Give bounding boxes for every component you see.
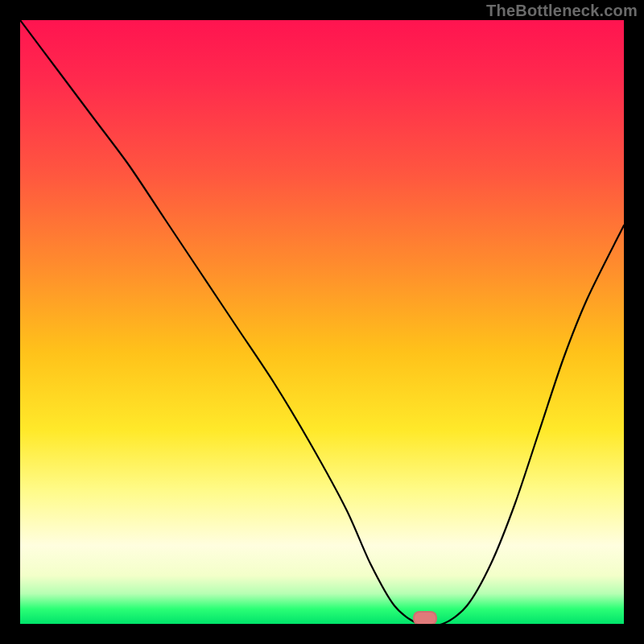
plot-area [20, 20, 624, 624]
watermark-text: TheBottleneck.com [486, 2, 638, 20]
optimum-marker [413, 611, 437, 625]
bottleneck-curve [20, 20, 624, 624]
chart-frame: TheBottleneck.com [0, 0, 644, 644]
curve-svg [20, 20, 624, 624]
